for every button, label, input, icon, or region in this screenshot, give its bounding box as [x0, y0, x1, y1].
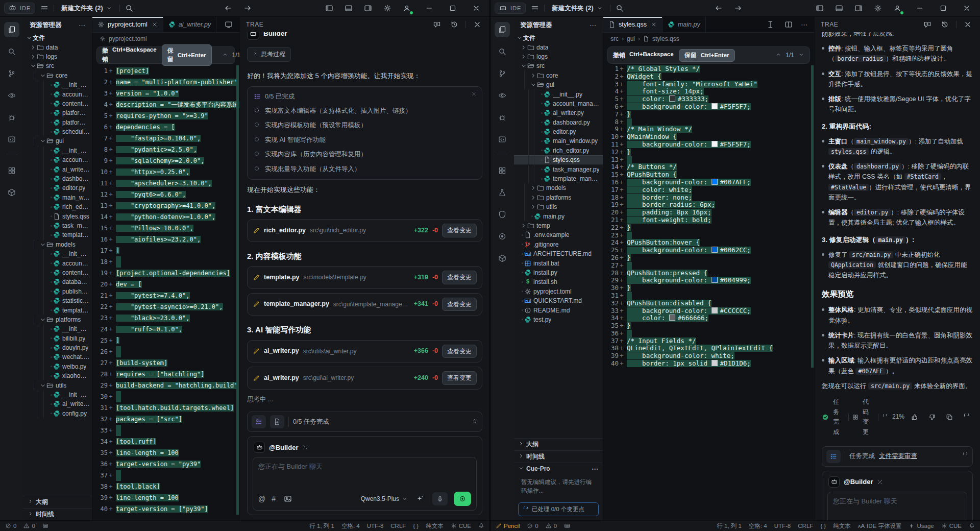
maximize-button[interactable] [937, 2, 949, 14]
new-chat-button[interactable] [431, 18, 443, 31]
tree-item[interactable]: data [23, 42, 92, 52]
activity-item-git[interactable] [495, 66, 510, 81]
tree-item[interactable]: xiaohongshu.py [23, 371, 92, 380]
mention-button[interactable]: @ [258, 495, 265, 503]
cue-processed-bar[interactable]: 已处理 0/0 个变更点 [518, 502, 599, 516]
tree-item[interactable]: ai_writer.py [23, 399, 92, 408]
tree-item[interactable]: utils [23, 380, 92, 390]
thumbs-up-button[interactable] [909, 411, 921, 423]
view-changes-button[interactable]: 查看变更 [442, 345, 477, 358]
tree-item[interactable]: main_window.py [23, 193, 92, 202]
activity-item-bug[interactable] [495, 110, 510, 125]
editor-action-monitor[interactable] [223, 18, 235, 31]
tree-item[interactable]: account_manager.py [23, 89, 92, 99]
status-item[interactable] [42, 523, 48, 529]
view-changes-button[interactable]: 查看变更 [442, 298, 477, 311]
activity-item-grid[interactable] [4, 163, 19, 178]
tree-item[interactable]: __init__.py [23, 80, 92, 89]
tree-item[interactable]: src [514, 61, 603, 70]
file-change-chip[interactable]: ai_writer.pysrc\utils\ai_writer.py+366-0… [247, 340, 482, 363]
tree-item[interactable]: editor.py [514, 127, 603, 136]
tree-item[interactable]: 文件 [23, 33, 92, 42]
chat-input-box[interactable]: 您正在与 Builder 聊天@#Qwen3.5-Plus [253, 457, 477, 511]
tree-item[interactable]: logs [514, 52, 603, 61]
status-item[interactable]: CUE [941, 523, 962, 529]
tree-item[interactable]: douyin.py [23, 343, 92, 352]
explorer-more-button[interactable]: ⋯ [590, 21, 597, 29]
status-item[interactable]: UTF-8 [774, 523, 791, 529]
tree-item[interactable]: scheduler.py [23, 127, 92, 136]
section-时间线[interactable]: 时间线 [514, 450, 603, 463]
status-item[interactable]: 空格: 4 [341, 522, 360, 530]
file-change-chip[interactable]: rich_editor.pysrc\gui\rich_editor.py+322… [247, 219, 482, 242]
tree-item[interactable]: account.py [23, 258, 92, 268]
close-panel-button[interactable] [471, 18, 483, 31]
status-item[interactable] [478, 523, 484, 529]
activity-item-shield[interactable] [495, 207, 510, 222]
progress-bar-docplus[interactable] [270, 415, 284, 428]
next-change-button[interactable] [798, 52, 804, 59]
section-cue-pro[interactable]: Cue-Pro⋯ [514, 463, 603, 475]
account-button[interactable] [891, 2, 903, 14]
tree-item[interactable]: rich_editor.py [514, 146, 603, 155]
activity-item-bug[interactable] [4, 110, 19, 125]
tree-item[interactable]: test.py [514, 315, 603, 324]
status-item[interactable]: Usage [909, 523, 934, 529]
status-item[interactable]: CUE [451, 523, 471, 529]
tree-item[interactable]: platforms [514, 193, 603, 202]
tree-item[interactable]: 文件 [514, 33, 603, 42]
minimize-button[interactable] [914, 2, 926, 14]
task-item[interactable]: 实现批量导入功能（从文件导入） [254, 164, 476, 174]
keep-button[interactable]: 保留Ctrl+Enter [162, 44, 212, 66]
tree-item[interactable]: template_manager.py [23, 230, 92, 239]
activity-item-codewin[interactable] [495, 132, 510, 147]
activity-item-eye[interactable] [4, 88, 19, 103]
search-button[interactable] [123, 2, 135, 14]
progress-bar-refresh-icon[interactable] [962, 452, 968, 460]
tree-item[interactable]: weibo.py [23, 362, 92, 371]
activity-item-git[interactable] [4, 66, 19, 81]
tree-item[interactable]: __init__.py [23, 146, 92, 155]
tree-item[interactable]: config.py [23, 409, 92, 418]
tree-item[interactable]: __init__.py [514, 89, 603, 99]
tree-item[interactable]: ai_writer.py [23, 164, 92, 174]
task-card-close-icon[interactable] [471, 91, 477, 96]
tree-item[interactable]: __init__.py [23, 324, 92, 333]
maximize-button[interactable] [447, 2, 459, 14]
toggle-sidebar-button[interactable] [323, 2, 335, 14]
tree-item[interactable]: main.py [514, 211, 603, 221]
tree-item[interactable]: rich_editor.py [23, 202, 92, 211]
tree-item[interactable]: task_manager.py [514, 164, 603, 174]
tree-item[interactable]: publish_task.py [23, 287, 92, 296]
menu-button[interactable] [529, 2, 541, 14]
tab-styles.qss[interactable]: styles.qss [603, 17, 663, 32]
new-chat-button[interactable] [921, 18, 934, 31]
status-item[interactable]: CRLF [390, 523, 406, 529]
toggle-sidebar-button[interactable] [814, 2, 826, 14]
tree-item[interactable]: statistics.py [23, 296, 92, 305]
progress-bar-checklist[interactable] [252, 415, 266, 428]
settings-button[interactable] [872, 2, 884, 14]
status-item[interactable]: 行 1, 列 1 [717, 522, 742, 530]
status-item[interactable]: 0 [5, 523, 16, 529]
tree-item[interactable]: ARCHITECTURE.md [514, 249, 603, 258]
project-switcher[interactable]: 新建文件夹 (2) [57, 4, 116, 13]
tab-close-icon[interactable] [651, 21, 657, 28]
tab-pyproject.toml[interactable]: pyproject.toml [92, 17, 163, 32]
mic-button[interactable] [432, 492, 448, 505]
activity-item-grid[interactable] [495, 163, 510, 178]
minimize-button[interactable] [423, 2, 435, 14]
section-时间线[interactable]: 时间线 [23, 508, 92, 520]
nav-back-button[interactable] [713, 2, 725, 14]
account-button[interactable] [401, 2, 413, 14]
section-大纲[interactable]: 大纲 [514, 438, 603, 450]
progress-bar-updown-icon[interactable] [472, 418, 478, 426]
project-switcher[interactable]: 新建文件夹 (2) [548, 4, 606, 13]
tree-item[interactable]: ai_writer.py [514, 108, 603, 117]
tree-item[interactable]: styles.qss [23, 211, 92, 221]
activity-item-search[interactable] [495, 44, 510, 59]
close-window-button[interactable] [961, 2, 973, 14]
editor-action-ibeam[interactable] [764, 18, 776, 31]
toggle-secondary-sidebar-button[interactable] [852, 2, 865, 14]
status-item[interactable]: UTF-8 [367, 523, 384, 529]
